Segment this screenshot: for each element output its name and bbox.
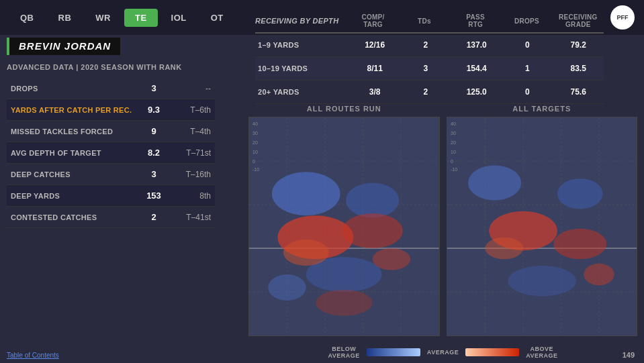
depth-label-2: 20+ YARDS: [255, 88, 349, 96]
tab-wr[interactable]: WR: [85, 9, 122, 27]
depth-table-header: RECEIVING BY DEPTH COMP/TARG TDs PASSRTG…: [255, 9, 604, 34]
stat-value-3: 8.2: [137, 148, 171, 158]
stat-row-3: AVG DEPTH OF TARGET8.2T–71st: [7, 142, 215, 164]
tab-te[interactable]: TE: [124, 9, 158, 27]
stat-value-5: 153: [137, 191, 171, 201]
stat-rank-1: T–6th: [171, 105, 211, 115]
legend-gradient-blue: [367, 348, 420, 356]
depth-comp-0: 12/16: [349, 40, 400, 50]
legend-gradient-red: [465, 348, 519, 356]
stat-value-4: 3: [137, 169, 171, 179]
legend-bar: BELOWAVERAGE AVERAGE ABOVEAVERAGE: [242, 346, 644, 359]
legend-above-label: ABOVEAVERAGE: [526, 346, 557, 359]
stat-rank-2: T–4th: [171, 127, 211, 136]
svg-text:10: 10: [252, 150, 258, 154]
svg-point-34: [557, 178, 602, 209]
col-header-depth: RECEIVING BY DEPTH: [255, 17, 347, 25]
heatmap-left-canvas: 40 30 20 10 0 -10: [248, 117, 440, 336]
heatmap-right-canvas: 40 30 20 10 0 -10: [447, 117, 638, 336]
svg-point-12: [268, 274, 306, 301]
stat-label-3: AVG DEPTH OF TARGET: [11, 149, 137, 157]
depth-row-2: 20+ YARDS 3/8 2 125.0 0 75.6: [255, 81, 604, 104]
stat-row-4: DEEP CATCHES3T–16th: [7, 164, 215, 185]
svg-point-15: [283, 240, 329, 266]
stat-row-5: DEEP YARDS1538th: [7, 185, 215, 207]
depth-tds-2: 2: [400, 87, 451, 97]
depth-rtg-0: 137.0: [451, 40, 502, 50]
heatmap-left-title: ALL ROUTES RUN: [307, 105, 381, 113]
svg-text:0: 0: [252, 159, 255, 164]
stat-rank-5: 8th: [171, 191, 211, 201]
depth-row-0: 1–9 YARDS 12/16 2 137.0 0 79.2: [255, 34, 604, 57]
svg-point-17: [316, 290, 373, 316]
heatmaps-area: ALL ROUTES RUN: [242, 105, 644, 336]
footer-toc-link[interactable]: Table of Contents: [7, 352, 59, 359]
depth-tds-1: 3: [400, 64, 451, 73]
heatmap-left: ALL ROUTES RUN: [248, 105, 440, 336]
player-name: BREVIN JORDAN: [19, 40, 111, 52]
svg-point-39: [584, 264, 614, 286]
svg-point-35: [508, 266, 576, 297]
heatmap-right: ALL TARGETS: [447, 105, 638, 336]
depth-table: RECEIVING BY DEPTH COMP/TARG TDs PASSRTG…: [255, 9, 604, 104]
stat-value-0: 3: [137, 83, 171, 93]
depth-drops-2: 0: [502, 87, 553, 97]
svg-text:0: 0: [451, 159, 453, 164]
tab-rb[interactable]: RB: [48, 9, 83, 27]
legend-average-label: AVERAGE: [427, 349, 459, 356]
depth-grade-1: 83.5: [553, 64, 604, 73]
stats-table: DROPS3--YARDS AFTER CATCH PER REC.9.3T–6…: [7, 78, 215, 228]
svg-point-16: [373, 248, 411, 270]
col-header-grade: RECEIVINGGRADE: [553, 13, 604, 28]
svg-point-38: [485, 238, 523, 260]
svg-text:-10: -10: [252, 167, 259, 172]
svg-text:30: 30: [451, 131, 456, 136]
stat-row-1: YARDS AFTER CATCH PER REC.9.3T–6th: [7, 99, 215, 121]
svg-text:40: 40: [252, 121, 258, 126]
svg-text:20: 20: [451, 140, 456, 145]
col-header-comp: COMP/TARG: [347, 13, 398, 28]
stat-rank-4: T–16th: [171, 170, 211, 179]
depth-drops-0: 0: [502, 40, 553, 50]
svg-point-33: [468, 166, 521, 201]
svg-point-14: [342, 213, 402, 248]
depth-comp-1: 8/11: [349, 64, 400, 73]
depth-tds-0: 2: [400, 40, 451, 50]
stat-label-0: DROPS: [11, 85, 137, 93]
depth-label-1: 10–19 YARDS: [255, 64, 349, 72]
tab-qb[interactable]: QB: [9, 9, 45, 27]
footer-page-number: 149: [623, 351, 635, 359]
svg-point-10: [346, 183, 399, 218]
svg-text:30: 30: [252, 131, 258, 136]
stat-value-1: 9.3: [137, 105, 171, 115]
stat-rank-3: T–71st: [171, 148, 211, 158]
svg-text:20: 20: [252, 140, 258, 145]
stat-label-4: DEEP CATCHES: [11, 170, 137, 178]
depth-drops-1: 1: [502, 64, 553, 73]
depth-comp-2: 3/8: [349, 87, 400, 97]
tab-ot[interactable]: OT: [200, 9, 234, 27]
stat-rank-6: T–41st: [171, 213, 211, 222]
depth-row-1: 10–19 YARDS 8/11 3 154.4 1 83.5: [255, 57, 604, 81]
svg-point-9: [272, 172, 340, 215]
stat-label-2: MISSED TACKLES FORCED: [11, 127, 137, 136]
stat-row-0: DROPS3--: [7, 78, 215, 99]
player-name-bar: BREVIN JORDAN: [7, 38, 120, 55]
depth-rtg-1: 154.4: [451, 64, 502, 73]
stat-row-6: CONTESTED CATCHES2T–41st: [7, 207, 215, 228]
heatmap-right-title: ALL TARGETS: [512, 105, 571, 113]
stat-value-2: 9: [137, 126, 171, 136]
depth-grade-2: 75.6: [553, 87, 604, 97]
stat-rank-0: --: [171, 84, 211, 93]
svg-text:-10: -10: [451, 167, 457, 172]
depth-rtg-2: 125.0: [451, 87, 502, 97]
col-header-drops: DROPS: [501, 17, 552, 25]
col-header-rtg: PASSRTG: [450, 13, 501, 28]
svg-text:10: 10: [451, 150, 456, 154]
depth-label-0: 1–9 YARDS: [255, 41, 349, 49]
svg-point-37: [553, 229, 606, 260]
stat-row-2: MISSED TACKLES FORCED9T–4th: [7, 121, 215, 142]
col-header-tds: TDs: [399, 17, 450, 25]
stat-label-1: YARDS AFTER CATCH PER REC.: [11, 106, 137, 114]
tab-iol[interactable]: IOL: [160, 9, 197, 27]
